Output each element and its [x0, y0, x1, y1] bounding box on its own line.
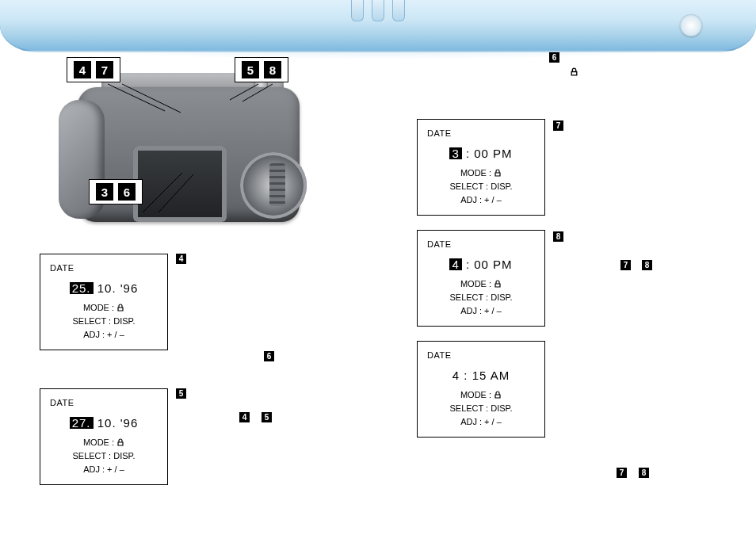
lcd-adj: ADJ : + / –	[418, 305, 544, 317]
lcd-time-3: DATE 4 : 15 AM MODE : SELECT : DISP. ADJ…	[417, 341, 545, 438]
lcd-adj: ADJ : + / –	[418, 416, 544, 428]
step-marker: 5	[176, 388, 186, 399]
lcd-date-1: DATE 25. 10. '96 MODE : SELECT : DISP. A…	[40, 254, 168, 350]
lcd-mode: MODE :	[418, 278, 544, 290]
lcd-value: 27. 10. '96	[40, 417, 167, 429]
lock-icon	[116, 438, 124, 446]
lcd-adj: ADJ : + / –	[40, 464, 167, 476]
lcd-mode: MODE :	[418, 389, 544, 401]
lcd-select: SELECT : DISP.	[40, 315, 167, 327]
lcd-adj: ADJ : + / –	[418, 194, 544, 206]
lcd-value: 4 : 15 AM	[418, 369, 544, 381]
lcd-title: DATE	[40, 397, 167, 409]
step-marker: 8	[639, 468, 649, 478]
step-marker: 7	[617, 468, 627, 478]
lcd-adj: ADJ : + / –	[40, 329, 167, 341]
step-num: 8	[264, 61, 281, 78]
lcd-select: SELECT : DISP.	[418, 292, 544, 304]
step-num: 4	[74, 61, 91, 78]
lcd-mode: MODE :	[40, 437, 167, 449]
lcd-select: SELECT : DISP.	[418, 181, 544, 193]
step-marker: 6	[264, 351, 274, 361]
step-num: 5	[242, 61, 259, 78]
lock-icon	[494, 391, 502, 399]
lcd-title: DATE	[40, 262, 167, 274]
lcd-title: DATE	[418, 239, 544, 250]
camera-illustration	[46, 55, 315, 246]
step-marker: 8	[553, 231, 563, 242]
lock-icon	[494, 169, 502, 177]
binding-tabs	[351, 0, 405, 21]
lock-icon	[570, 65, 578, 79]
callout-5-8: 5 8	[235, 57, 288, 82]
step-marker: 7	[553, 120, 563, 131]
lcd-value: 4 : 00 PM	[418, 258, 544, 270]
lcd-value: 3 : 00 PM	[418, 147, 544, 159]
lcd-title: DATE	[418, 128, 544, 139]
lcd-time-1: DATE 3 : 00 PM MODE : SELECT : DISP. ADJ…	[417, 119, 545, 216]
step-marker: 4	[176, 254, 186, 264]
step-num: 7	[96, 61, 113, 78]
step-num: 6	[118, 183, 136, 201]
lock-icon	[116, 304, 124, 311]
manual-page: 4 7 5 8 3 6 DATE 25. 10. '96 MODE : SELE…	[0, 0, 756, 535]
rivet	[680, 14, 702, 36]
lock-icon	[494, 280, 502, 288]
step-num: 3	[96, 183, 113, 201]
step-marker: 4	[239, 412, 250, 422]
step-marker: 8	[642, 260, 652, 270]
lcd-title: DATE	[418, 350, 544, 361]
lcd-value: 25. 10. '96	[40, 282, 167, 294]
lcd-mode: MODE :	[40, 302, 167, 314]
lcd-date-2: DATE 27. 10. '96 MODE : SELECT : DISP. A…	[40, 388, 168, 485]
step-marker: 6	[549, 52, 559, 63]
step-marker: 5	[262, 412, 272, 422]
callout-3-6: 3 6	[89, 179, 143, 204]
step-marker: 7	[620, 260, 631, 270]
lcd-select: SELECT : DISP.	[40, 450, 167, 462]
callout-4-7: 4 7	[67, 57, 120, 82]
lcd-mode: MODE :	[418, 167, 544, 179]
book-edge	[0, 0, 756, 52]
lcd-select: SELECT : DISP.	[418, 403, 544, 415]
lcd-time-2: DATE 4 : 00 PM MODE : SELECT : DISP. ADJ…	[417, 230, 545, 327]
